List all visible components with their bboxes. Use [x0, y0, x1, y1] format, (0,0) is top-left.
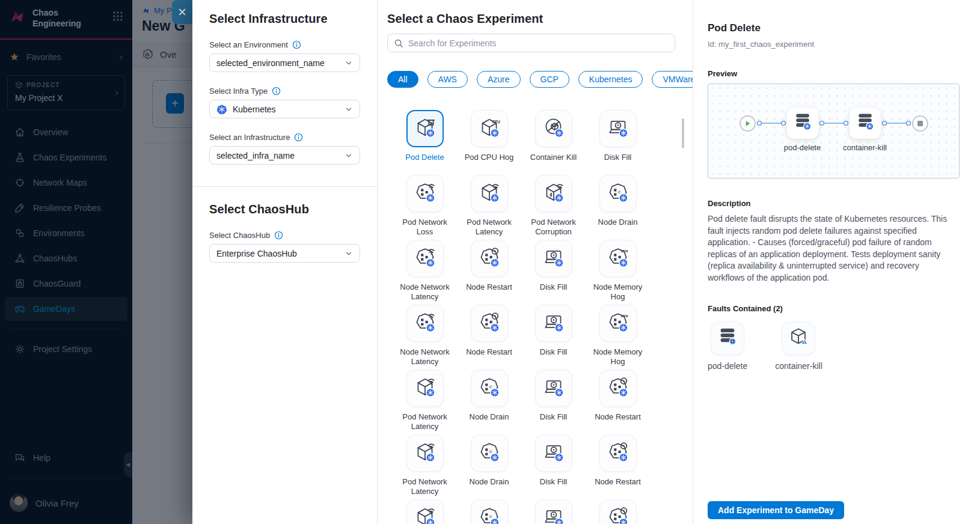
experiment-card-disk-fill[interactable]	[535, 499, 572, 524]
experiment-card-pod-network-latency[interactable]	[471, 175, 508, 212]
disks-k8s-icon	[792, 111, 813, 135]
user-menu[interactable]: Olivia Frey	[0, 486, 132, 524]
stop-icon	[917, 121, 923, 126]
experiment-card-node-memory-hog[interactable]: MEM	[599, 240, 637, 277]
gameday-experiment-modal: Select Infrastructure Select an Environm…	[192, 0, 980, 524]
chat-help-icon: ?	[14, 452, 25, 463]
harness-small-icon	[142, 7, 150, 15]
experiment-search	[387, 34, 675, 52]
description-label: Description	[708, 199, 966, 208]
experiment-card-label: Pod Network Latency	[394, 412, 456, 431]
sidebar-item-project-settings[interactable]: Project Settings	[5, 337, 127, 361]
experiment-card-disk-fill[interactable]	[535, 240, 572, 277]
chaoshub-select[interactable]: Enterprise ChaosHub	[209, 244, 360, 263]
filter-pill-aws[interactable]: AWS	[427, 71, 468, 88]
help-label: Help	[33, 453, 51, 463]
filter-pill-all[interactable]: All	[387, 71, 418, 88]
node-drain-icon	[477, 440, 502, 467]
experiment-card-disk-fill[interactable]	[535, 305, 572, 342]
chaoshub-heading: Select ChaosHub	[209, 203, 360, 216]
experiment-card-node-memory-hog[interactable]: MEM	[599, 305, 637, 342]
infrastructure-select[interactable]: selected_infra_name	[209, 146, 360, 165]
filter-pill-vmware[interactable]: VMWare	[652, 71, 693, 88]
experiment-card-label: Disk Fill	[522, 477, 585, 487]
experiment-card-node-restart[interactable]	[471, 305, 508, 342]
module-grid-icon[interactable]	[112, 10, 124, 22]
sidebar-collapse-handle[interactable]: ◀	[124, 452, 132, 477]
fault-label: container-kill	[775, 361, 822, 371]
experiment-card-node-network-latency[interactable]	[406, 305, 444, 342]
experiment-card-disk-fill[interactable]	[535, 434, 572, 472]
experiment-card-disk-fill[interactable]	[535, 370, 572, 407]
sidebar-favorites[interactable]: Favorites ›	[0, 40, 132, 68]
sidebar-item-network-maps[interactable]: Network Maps	[5, 171, 127, 195]
experiment-card-pod-network-loss[interactable]	[406, 175, 444, 212]
add-experiment-button[interactable]: Add Experiment to GameDay	[708, 501, 844, 519]
experiment-card-label: Pod CPU Hog	[458, 153, 521, 162]
experiment-card-pod-network-latency[interactable]	[406, 499, 444, 524]
chevron-down-icon	[345, 249, 353, 258]
experiment-card-node-restart[interactable]	[599, 370, 637, 407]
experiment-card-node-restart[interactable]	[599, 499, 637, 524]
environment-select[interactable]: selected_environment_name	[209, 53, 360, 72]
experiment-card-node-restart[interactable]	[471, 240, 508, 277]
chevron-down-icon	[345, 151, 353, 160]
sidebar-item-resilience-probes[interactable]: Resilience Probes	[5, 196, 127, 220]
add-button[interactable]: +	[166, 93, 184, 114]
faults-label: Faults Contained (2)	[708, 304, 966, 313]
experiment-card-pod-cpu-hog[interactable]: CPU	[471, 110, 508, 147]
disks-badge-icon	[716, 326, 739, 351]
sidebar-item-label: Overview	[33, 127, 68, 137]
infra-type-select[interactable]: Kubernetes	[209, 100, 360, 118]
experiment-card-label: Node Drain	[458, 477, 521, 487]
tab-bar: Ove	[132, 42, 192, 67]
experiment-card-pod-network-latency[interactable]	[406, 370, 444, 407]
experiment-card-pod-network-latency[interactable]	[406, 434, 444, 472]
sidebar-item-overview[interactable]: Overview	[5, 120, 127, 144]
experiment-card-container-kill[interactable]	[535, 110, 572, 147]
user-name: Olivia Frey	[35, 498, 79, 508]
cube-cpu-icon: CPU	[477, 115, 502, 142]
tab-overview[interactable]: Ove	[142, 48, 177, 60]
sidebar-item-gamedays[interactable]: GameDays	[5, 297, 127, 321]
experiment-card-node-drain[interactable]	[471, 370, 508, 407]
close-icon[interactable]: ×	[172, 0, 192, 24]
cube-bolt-icon	[541, 180, 566, 207]
experiment-card-disk-fill[interactable]	[599, 110, 637, 147]
experiment-card-node-drain[interactable]	[471, 434, 508, 472]
experiment-cell: Pod Network Latency	[457, 175, 521, 240]
cube-wifi-icon	[412, 440, 438, 467]
chevron-right-icon: ›	[119, 52, 123, 62]
node-drain-icon	[477, 375, 502, 402]
sidebar-item-chaos-experiments[interactable]: Chaos Experiments	[5, 145, 127, 169]
experiment-cell: Node Network Latency	[393, 305, 457, 370]
sidebar-item-label: Network Maps	[33, 178, 87, 187]
sidebar-item-chaoshubs[interactable]: ChaosHubs	[5, 246, 127, 270]
experiment-card-node-network-latency[interactable]	[406, 240, 444, 277]
experiment-cell: Pod Network Latency	[393, 499, 457, 524]
sidebar-item-chaosguard[interactable]: ChaosGuard	[5, 272, 127, 296]
tab-label: Ove	[160, 49, 177, 59]
sidebar-item-help[interactable]: ? Help	[5, 446, 127, 470]
experiment-cell: Node Drain	[457, 370, 521, 434]
experiment-cell: Pod Delete	[393, 110, 457, 175]
sidebar-header: Chaos Engineering	[0, 0, 132, 35]
scrollbar-thumb[interactable]	[682, 118, 684, 148]
disk-icon	[541, 505, 566, 524]
filter-pill-azure[interactable]: Azure	[477, 71, 521, 88]
experiment-card-node-restart[interactable]	[599, 434, 637, 472]
sidebar-item-environments[interactable]: Environments	[5, 221, 127, 245]
experiment-card-node-drain[interactable]	[471, 499, 508, 524]
project-selector[interactable]: PROJECT My Project X ›	[7, 75, 125, 110]
experiment-card-label: Node Network Latency	[394, 347, 456, 367]
gamepad-icon	[14, 303, 25, 314]
experiment-card-pod-delete[interactable]	[406, 110, 444, 147]
experiment-cell: Node Drain	[457, 499, 521, 524]
filter-pill-kubernetes[interactable]: Kubernetes	[578, 71, 643, 88]
experiment-cell: CPUPod CPU Hog	[457, 110, 521, 175]
experiment-card-pod-network-corruption[interactable]	[535, 175, 572, 212]
search-input[interactable]	[408, 38, 669, 48]
filter-pill-gcp[interactable]: GCP	[530, 71, 569, 88]
star-icon	[10, 52, 19, 62]
experiment-card-node-drain[interactable]	[599, 175, 637, 212]
